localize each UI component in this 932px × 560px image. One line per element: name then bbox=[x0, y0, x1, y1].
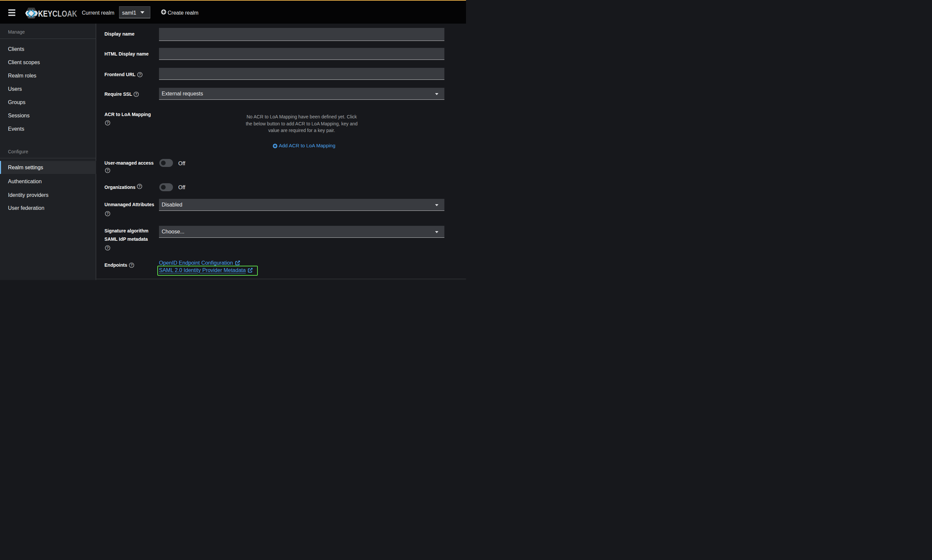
svg-text:KEYCLOAK: KEYCLOAK bbox=[38, 9, 77, 18]
svg-text:?: ? bbox=[138, 184, 141, 188]
svg-text:?: ? bbox=[106, 168, 109, 172]
svg-text:?: ? bbox=[106, 121, 109, 125]
svg-text:?: ? bbox=[106, 246, 109, 250]
svg-text:?: ? bbox=[131, 263, 133, 267]
svg-text:?: ? bbox=[139, 72, 141, 77]
svg-text:?: ? bbox=[106, 211, 109, 215]
svg-text:?: ? bbox=[135, 92, 137, 96]
